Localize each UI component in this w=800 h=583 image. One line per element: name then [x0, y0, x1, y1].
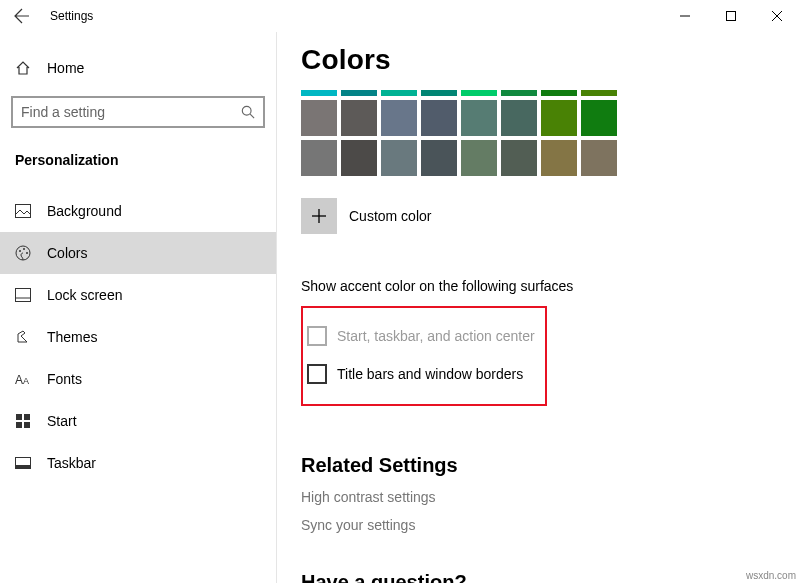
sidebar-item-fonts[interactable]: AA Fonts	[0, 358, 276, 400]
window-title: Settings	[50, 9, 93, 23]
related-settings-heading: Related Settings	[301, 454, 800, 477]
custom-color-label: Custom color	[349, 208, 431, 224]
sidebar-item-label: Themes	[47, 329, 98, 345]
color-swatch[interactable]	[581, 90, 617, 96]
sidebar-item-taskbar[interactable]: Taskbar	[0, 442, 276, 484]
svg-rect-15	[16, 422, 22, 428]
sidebar-item-start[interactable]: Start	[0, 400, 276, 442]
palette-icon	[15, 245, 31, 261]
sidebar-item-colors[interactable]: Colors	[0, 232, 276, 274]
surfaces-heading: Show accent color on the following surfa…	[301, 278, 800, 294]
svg-rect-18	[16, 465, 31, 469]
color-swatch[interactable]	[381, 100, 417, 136]
checkbox-label: Start, taskbar, and action center	[337, 328, 535, 344]
custom-color-row: Custom color	[301, 198, 800, 234]
swatch-row-1	[301, 100, 800, 136]
sidebar-item-label: Lock screen	[47, 287, 122, 303]
svg-text:A: A	[23, 376, 29, 386]
svg-rect-16	[24, 422, 30, 428]
sidebar-item-background[interactable]: Background	[0, 190, 276, 232]
home-label: Home	[47, 60, 84, 76]
svg-point-6	[19, 250, 21, 252]
color-swatch[interactable]	[421, 100, 457, 136]
watermark: wsxdn.com	[746, 570, 796, 581]
color-swatch[interactable]	[541, 100, 577, 136]
link-high-contrast[interactable]: High contrast settings	[301, 489, 800, 505]
window-controls	[662, 0, 800, 32]
checkbox-label: Title bars and window borders	[337, 366, 523, 382]
color-swatch[interactable]	[501, 100, 537, 136]
color-swatch[interactable]	[421, 140, 457, 176]
picture-icon	[15, 204, 31, 218]
sidebar-home[interactable]: Home	[0, 48, 276, 88]
sidebar-item-label: Fonts	[47, 371, 82, 387]
color-swatch[interactable]	[461, 90, 497, 96]
search-icon	[241, 105, 255, 119]
color-swatch[interactable]	[461, 140, 497, 176]
svg-text:A: A	[15, 373, 23, 386]
color-swatch[interactable]	[301, 140, 337, 176]
color-swatch[interactable]	[301, 90, 337, 96]
swatch-row-2	[301, 140, 800, 176]
themes-icon	[15, 329, 31, 345]
checkbox-box[interactable]	[307, 364, 327, 384]
close-button[interactable]	[754, 0, 800, 32]
plus-icon	[311, 208, 327, 224]
sidebar-item-label: Taskbar	[47, 455, 96, 471]
color-swatch[interactable]	[341, 100, 377, 136]
sidebar-item-label: Colors	[47, 245, 87, 261]
svg-point-2	[242, 106, 251, 115]
minimize-button[interactable]	[662, 0, 708, 32]
svg-rect-4	[16, 205, 31, 218]
sidebar-item-themes[interactable]: Themes	[0, 316, 276, 358]
back-button[interactable]	[0, 0, 44, 32]
svg-rect-9	[16, 289, 31, 302]
color-swatch[interactable]	[501, 90, 537, 96]
color-swatch[interactable]	[421, 90, 457, 96]
color-swatch[interactable]	[501, 140, 537, 176]
maximize-button[interactable]	[708, 0, 754, 32]
svg-rect-14	[24, 414, 30, 420]
content-area: Colors Custom color Show accent color on…	[277, 32, 800, 583]
color-swatch[interactable]	[461, 100, 497, 136]
color-swatch[interactable]	[581, 140, 617, 176]
color-swatch[interactable]	[581, 100, 617, 136]
lockscreen-icon	[15, 288, 31, 302]
back-arrow-icon	[14, 8, 30, 24]
fonts-icon: AA	[15, 372, 31, 386]
question-heading: Have a question?	[301, 571, 800, 583]
sidebar-category: Personalization	[0, 142, 276, 178]
search-placeholder: Find a setting	[21, 104, 105, 120]
maximize-icon	[726, 11, 736, 21]
color-swatches	[301, 90, 800, 176]
swatch-row-accents	[301, 90, 800, 96]
checkbox-start-taskbar: Start, taskbar, and action center	[307, 318, 535, 354]
titlebar: Settings	[0, 0, 800, 32]
link-sync-settings[interactable]: Sync your settings	[301, 517, 800, 533]
color-swatch[interactable]	[381, 90, 417, 96]
color-swatch[interactable]	[381, 140, 417, 176]
color-swatch[interactable]	[341, 90, 377, 96]
color-swatch[interactable]	[541, 90, 577, 96]
home-icon	[15, 60, 31, 76]
sidebar-item-label: Start	[47, 413, 77, 429]
surfaces-checkbox-group: Start, taskbar, and action center Title …	[301, 306, 547, 406]
sidebar-item-label: Background	[47, 203, 122, 219]
color-swatch[interactable]	[541, 140, 577, 176]
main-container: Home Find a setting Personalization Back…	[0, 32, 800, 583]
taskbar-icon	[15, 457, 31, 469]
close-icon	[772, 11, 782, 21]
svg-rect-13	[16, 414, 22, 420]
checkbox-titlebars[interactable]: Title bars and window borders	[307, 356, 535, 392]
page-heading: Colors	[301, 44, 800, 76]
search-wrap: Find a setting	[0, 88, 276, 142]
svg-point-7	[23, 248, 25, 250]
sidebar-item-lockscreen[interactable]: Lock screen	[0, 274, 276, 316]
color-swatch[interactable]	[341, 140, 377, 176]
svg-line-3	[250, 114, 254, 118]
search-input[interactable]: Find a setting	[11, 96, 265, 128]
minimize-icon	[680, 11, 690, 21]
color-swatch[interactable]	[301, 100, 337, 136]
custom-color-button[interactable]	[301, 198, 337, 234]
svg-rect-1	[727, 12, 736, 21]
